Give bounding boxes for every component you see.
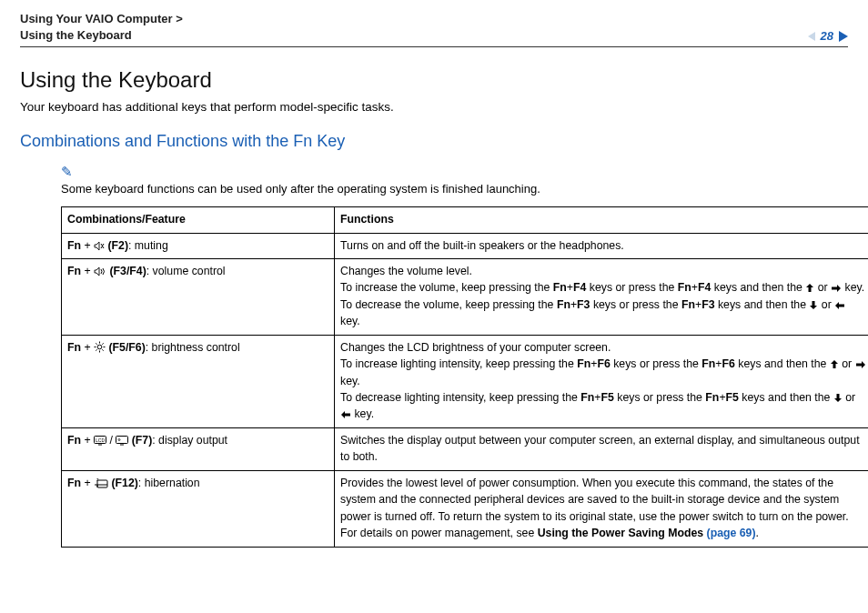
breadcrumb-line1: Using Your VAIO Computer >: [20, 12, 183, 25]
svg-text:LCD: LCD: [96, 437, 105, 442]
key: Fn: [553, 281, 567, 294]
key: Fn: [678, 281, 691, 294]
page-link[interactable]: (page 69): [707, 527, 756, 539]
volume-icon: [94, 266, 106, 276]
arrow-down-icon: [833, 393, 843, 403]
feature-label: : hibernation: [138, 477, 200, 489]
page-nav: 28: [808, 29, 848, 43]
link-label: Using the Power Saving Modes: [538, 527, 707, 539]
table-row: Fn + LCD / (F7): display output Switches…: [62, 427, 869, 470]
func-text: keys or press the: [586, 281, 677, 294]
arrow-right-icon: [855, 360, 866, 369]
combo-cell: Fn + z (F12): hibernation: [62, 470, 335, 547]
func-text: or: [845, 391, 855, 404]
table-row: Fn + z (F12): hibernation Provides the l…: [62, 470, 869, 547]
breadcrumb: Using Your VAIO Computer > Using the Key…: [20, 11, 183, 43]
arrow-left-icon: [834, 301, 845, 310]
key: Fn: [577, 357, 590, 370]
svg-rect-14: [116, 436, 128, 443]
key-label: (F12): [111, 477, 137, 489]
mute-icon: [94, 241, 105, 251]
table-row: Fn + (F2): muting Turns on and off the b…: [62, 233, 869, 258]
svg-line-9: [96, 349, 96, 350]
key: F4: [573, 281, 586, 294]
func-text: or: [818, 281, 831, 294]
func-text: key.: [354, 407, 374, 420]
func-cell: Switches the display output between your…: [335, 427, 869, 470]
key-label: (F5/F6): [108, 341, 145, 354]
func-text: keys or press the: [590, 298, 681, 311]
key: F6: [722, 357, 734, 370]
func-text: .: [756, 527, 759, 539]
func-cell: Provides the lowest level of power consu…: [335, 470, 869, 547]
func-cell: Changes the LCD brightness of your compu…: [335, 335, 869, 427]
key: Fn: [705, 391, 719, 404]
func-text: To decrease lighting intensity, keep pre…: [340, 391, 580, 404]
svg-point-2: [97, 345, 102, 349]
plus: +: [567, 281, 573, 294]
lcd-icon: LCD: [94, 436, 106, 446]
arrow-down-icon: [809, 300, 818, 310]
svg-line-8: [102, 349, 103, 350]
key: F6: [597, 357, 610, 370]
intro-text: Your keyboard has additional keys that p…: [20, 100, 848, 114]
func-text: key.: [340, 315, 360, 327]
fn-table: Combinations/Feature Functions Fn + (F2)…: [61, 206, 868, 547]
func-text: keys or press the: [614, 391, 705, 404]
func-text: key.: [340, 375, 360, 387]
key: F3: [577, 298, 590, 311]
note: ✎ Some keyboard functions can be used on…: [61, 164, 848, 196]
func-text: keys and then the: [739, 391, 833, 404]
key: F5: [601, 391, 614, 404]
func-text: key.: [845, 281, 865, 294]
th-combo: Combinations/Feature: [62, 207, 335, 233]
func-text: keys or press the: [611, 357, 701, 370]
key-label: (F2): [107, 239, 128, 252]
combo-cell: Fn + LCD / (F7): display output: [62, 427, 335, 470]
feature-label: : muting: [128, 239, 168, 252]
fn-key: Fn: [67, 265, 81, 277]
key: F4: [698, 281, 711, 294]
func-text: Changes the LCD brightness of your compu…: [340, 341, 611, 354]
key: Fn: [557, 298, 570, 311]
combo-cell: Fn + (F3/F4): volume control: [62, 258, 335, 335]
key-label: (F3/F4): [109, 265, 146, 277]
arrow-right-icon: [831, 284, 842, 293]
func-text: or: [822, 298, 834, 311]
feature-label: : brightness control: [146, 341, 240, 354]
page-title: Using the Keyboard: [20, 67, 848, 93]
feature-label: : volume control: [146, 265, 226, 277]
func-text: keys and then the: [715, 298, 810, 311]
func-cell: Turns on and off the built-in speakers o…: [335, 233, 869, 258]
key: Fn: [681, 298, 695, 311]
func-text: Provides the lowest level of power consu…: [340, 477, 849, 523]
hibernate-icon: z: [94, 477, 108, 488]
plus: +: [719, 391, 725, 404]
combo-cell: Fn + (F2): muting: [62, 233, 335, 258]
func-text: To decrease the volume, keep pressing th…: [340, 298, 557, 311]
page-header: Using Your VAIO Computer > Using the Key…: [20, 11, 848, 47]
fn-key: Fn: [67, 434, 81, 447]
fn-key: Fn: [67, 477, 81, 489]
func-text: Changes the volume level.: [340, 265, 472, 277]
arrow-left-icon: [340, 410, 351, 419]
prev-page-icon[interactable]: [808, 32, 815, 41]
plus: +: [594, 391, 601, 404]
fn-key: Fn: [67, 341, 81, 354]
next-page-icon[interactable]: [839, 31, 848, 42]
func-text: To increase lighting intensity, keep pre…: [340, 357, 577, 370]
key: Fn: [701, 357, 715, 370]
func-text: To increase the volume, keep pressing th…: [340, 281, 553, 294]
svg-line-7: [96, 343, 96, 344]
table-header-row: Combinations/Feature Functions: [62, 207, 869, 233]
arrow-up-icon: [805, 283, 814, 293]
svg-line-10: [102, 343, 103, 344]
func-text: keys and then the: [711, 281, 805, 294]
feature-label: : display output: [152, 434, 227, 447]
plus: +: [691, 281, 698, 294]
func-text: keys and then the: [735, 357, 830, 370]
func-text: For details on power management, see: [340, 527, 538, 539]
combo-cell: Fn + (F5/F6): brightness control: [62, 335, 335, 427]
arrow-up-icon: [830, 359, 839, 369]
page-number: 28: [821, 29, 833, 43]
